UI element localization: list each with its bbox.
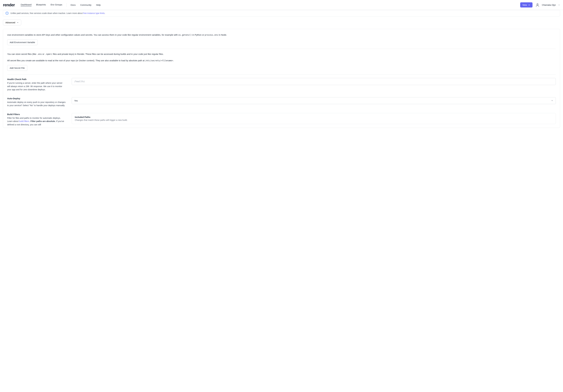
nav-separator (66, 3, 66, 7)
secret-path-text: All secret files you create are availabl… (7, 59, 556, 62)
banner-text-after: . (105, 12, 105, 14)
advanced-card: Use environment variables to store API k… (3, 29, 560, 128)
autodeploy-desc: Automatic deploy on every push to your r… (7, 101, 66, 107)
autodeploy-value: Yes (74, 99, 78, 102)
primary-nav: Dashboard Blueprints Env Groups (21, 3, 62, 6)
new-button-label: New (523, 4, 527, 6)
new-button[interactable]: New (520, 2, 533, 7)
collapse-icon (17, 22, 19, 24)
avatar-icon (536, 3, 539, 7)
health-desc: If you're running a server, enter the pa… (7, 81, 66, 91)
build-filters-link[interactable]: build filters (19, 120, 29, 122)
divider (7, 74, 556, 75)
included-paths-title: Included Paths (75, 116, 553, 118)
banner-link[interactable]: free instance type limits (83, 12, 104, 14)
code-200ok: 200 OK (26, 85, 33, 88)
secondary-nav: Docs Community Help (71, 4, 101, 6)
autodeploy-select[interactable]: Yes (72, 97, 556, 104)
advanced-toggle[interactable]: Advanced (3, 20, 21, 25)
autodeploy-title: Auto-Deploy (7, 97, 66, 100)
logo[interactable]: render (3, 3, 15, 7)
chevron-down-icon (558, 4, 560, 6)
health-check-input[interactable] (72, 78, 556, 85)
nav-dashboard[interactable]: Dashboard (21, 3, 31, 6)
nav-env-groups[interactable]: Env Groups (51, 3, 62, 6)
plus-icon (528, 4, 530, 6)
secret-intro: You can store secret files (like .env or… (7, 52, 556, 56)
banner-text: Unlike paid services, free services scal… (10, 12, 83, 14)
code-secret-path: /etc/secrets/<filename> (145, 59, 173, 62)
buildfilters-desc: Filter for files and paths to monitor fo… (7, 116, 66, 126)
nav-blueprints[interactable]: Blueprints (36, 3, 46, 6)
included-paths-desc: Changes that match these paths will trig… (75, 119, 553, 121)
nav-help[interactable]: Help (96, 4, 101, 6)
add-secret-file-button[interactable]: Add Secret File (7, 65, 27, 71)
health-title: Health Check Path (7, 78, 66, 80)
code-processenv: process.env (205, 34, 218, 36)
svg-point-2 (537, 3, 538, 5)
code-npmrc: .npmrc (45, 53, 52, 55)
included-paths-card: Included Paths Changes that match these … (72, 113, 556, 124)
add-env-var-button[interactable]: Add Environment Variable (7, 39, 38, 45)
user-name: Chiamaka Ojiyi (542, 4, 556, 6)
nav-docs[interactable]: Docs (71, 4, 76, 6)
buildfilters-title: Build Filters (7, 113, 66, 115)
nav-community[interactable]: Community (80, 4, 91, 6)
chevron-down-icon (551, 99, 553, 102)
code-dotenv: .env (37, 53, 42, 55)
code-getenv: os.getenv() (178, 34, 192, 36)
info-icon (5, 12, 9, 15)
info-banner: Unlike paid services, free services scal… (3, 10, 560, 16)
user-menu[interactable]: Chiamaka Ojiyi (536, 3, 560, 7)
advanced-label: Advanced (5, 21, 15, 24)
env-intro: Use environment variables to store API k… (7, 33, 556, 37)
